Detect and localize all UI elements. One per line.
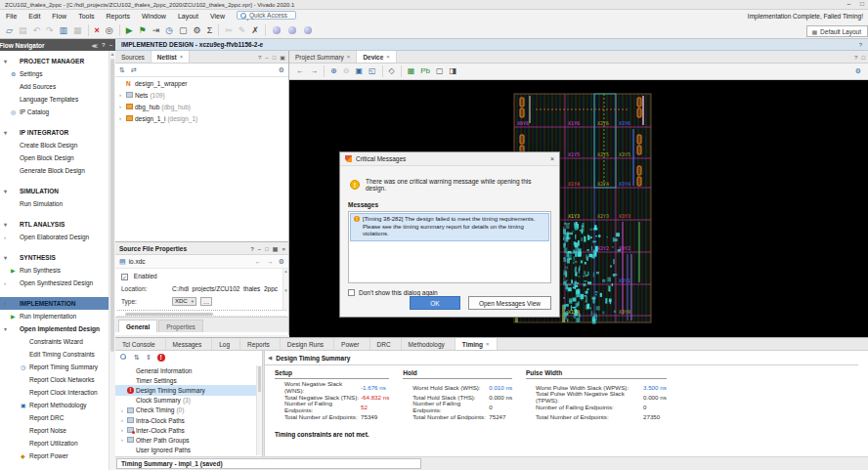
flow-nav-item[interactable]: › Open Synthesized Design bbox=[0, 277, 114, 289]
minimize-icon[interactable]: – bbox=[846, 0, 850, 7]
toolbar-icon[interactable]: ↷ bbox=[43, 23, 57, 37]
device-tool-icon[interactable]: ← bbox=[293, 64, 307, 78]
panel-control-icon[interactable]: □ bbox=[273, 55, 277, 61]
forward-icon[interactable]: → bbox=[267, 258, 274, 265]
panel-control-icon[interactable]: ? bbox=[854, 55, 857, 61]
flow-nav-item[interactable]: ⚙ Settings bbox=[0, 67, 114, 80]
panel-control-icon[interactable]: ▣ bbox=[280, 54, 285, 61]
enabled-checkbox[interactable]: ✓ bbox=[121, 274, 128, 280]
tree-tool-icon[interactable]: ! bbox=[157, 354, 165, 362]
collapse-icon[interactable]: ◀ bbox=[268, 355, 272, 361]
flow-nav-item[interactable]: ▶ Run Synthesis bbox=[0, 264, 114, 277]
flow-nav-item[interactable]: ▾ PROJECT MANAGER bbox=[0, 55, 114, 67]
flow-nav-item[interactable]: ▶ Run Implementation bbox=[0, 310, 114, 322]
timing-tree-row[interactable]: › Intra-Clock Paths bbox=[115, 415, 256, 425]
toolbar-icon[interactable]: ↶ bbox=[29, 23, 43, 37]
device-tool-icon[interactable]: ⊕ bbox=[327, 64, 340, 78]
tree-tool-icon[interactable]: ⇄ bbox=[131, 64, 137, 77]
device-tool-icon[interactable]: → bbox=[307, 64, 321, 78]
toolbar-icon[interactable] bbox=[304, 26, 312, 34]
flow-nav-item[interactable]: Generate Block Design bbox=[0, 164, 114, 177]
results-tab[interactable]: Tcl Console bbox=[115, 338, 166, 350]
results-tab[interactable]: Log bbox=[212, 338, 240, 350]
messages-list[interactable]: ! [Timing 38-282] The design failed to m… bbox=[348, 211, 551, 283]
flow-status-text[interactable]: Implementation Complete, Failed Timing! bbox=[748, 13, 863, 20]
type-select[interactable]: XDC ▾ bbox=[172, 297, 196, 306]
flow-nav-item[interactable]: Edit Timing Constraints bbox=[0, 348, 114, 361]
toolbar-icon[interactable]: × bbox=[92, 23, 103, 37]
properties-vscrollbar[interactable]: ▲▼ bbox=[282, 269, 288, 310]
flow-nav-item[interactable]: › Open Elaborated Design bbox=[0, 231, 114, 243]
toolbar-icon[interactable]: ▢ bbox=[176, 23, 191, 37]
expand-chevron-icon[interactable]: › bbox=[119, 115, 126, 121]
device-tool-icon[interactable] bbox=[382, 65, 383, 77]
device-tool-icon[interactable]: ▣ bbox=[352, 64, 366, 78]
menu-item[interactable]: Flow bbox=[46, 13, 72, 20]
toolbar-icon[interactable] bbox=[218, 24, 219, 36]
timing-tree-row[interactable]: ! Design Timing Summary bbox=[115, 385, 256, 395]
flow-nav-item[interactable]: ◷ Report Timing Summary bbox=[0, 361, 114, 373]
toolbar-icon[interactable] bbox=[119, 24, 120, 36]
toolbar-icon[interactable] bbox=[273, 26, 281, 34]
flow-nav-item[interactable]: Language Templates bbox=[0, 93, 114, 106]
menu-item[interactable]: Reports bbox=[100, 13, 136, 20]
gear-icon[interactable]: ⚙ bbox=[852, 64, 864, 78]
toolbar-icon[interactable]: ▤ bbox=[16, 23, 30, 37]
flow-nav-item[interactable]: Run Simulation bbox=[0, 197, 114, 210]
device-tool-icon[interactable]: ⊖ bbox=[340, 64, 353, 78]
timing-tree-row[interactable]: General Information bbox=[115, 365, 256, 375]
toolbar-icon[interactable]: ▶ bbox=[123, 23, 136, 37]
gear-icon[interactable]: ⚙ bbox=[279, 258, 284, 266]
toolbar-icon[interactable]: ✗ bbox=[248, 23, 262, 37]
results-tab[interactable]: Design Runs bbox=[281, 338, 334, 350]
panel-control-icon[interactable]: ? bbox=[102, 42, 106, 49]
device-tool-icon[interactable]: ◇ bbox=[386, 64, 398, 78]
message-row[interactable]: ! [Timing 38-282] The design failed to m… bbox=[350, 213, 549, 241]
flow-nav-item[interactable]: ▾ Open Implemented Design bbox=[0, 322, 114, 335]
tab-netlist[interactable]: Netlist × bbox=[152, 51, 190, 63]
flow-nav-item[interactable]: Report Utilization bbox=[0, 437, 114, 449]
panel-control-icon[interactable]: ≪ bbox=[92, 42, 98, 49]
panel-control-icon[interactable]: □ bbox=[265, 246, 269, 252]
browse-button[interactable]: … bbox=[200, 297, 212, 306]
timing-tree-row[interactable]: User Ignored Paths bbox=[115, 446, 256, 455]
device-tool-icon[interactable]: ▢ bbox=[433, 64, 447, 78]
flow-nav-item[interactable]: ▾ IMPLEMENTATION bbox=[0, 297, 114, 310]
device-tool-icon[interactable]: Pb bbox=[417, 64, 433, 78]
results-tab[interactable]: Power bbox=[334, 338, 369, 350]
results-tab[interactable]: Reports bbox=[240, 338, 281, 350]
dialog-title-bar[interactable]: Critical Messages × bbox=[340, 152, 559, 166]
flow-nav-item[interactable]: Report Clock Networks bbox=[0, 373, 114, 386]
timing-tree-row[interactable]: › Inter-Clock Paths bbox=[115, 425, 256, 435]
flow-nav-item[interactable]: ▣ Report Methodology bbox=[0, 399, 114, 411]
timing-tree-row[interactable]: Clock Summary (3) bbox=[115, 396, 256, 406]
tab-general[interactable]: General bbox=[118, 320, 157, 332]
flow-nav-item[interactable]: Create Block Design bbox=[0, 139, 114, 151]
timing-tree-row[interactable]: › Check Timing (0) bbox=[115, 406, 256, 415]
netlist-tree-row[interactable]: › design_1_i (design_1) bbox=[115, 112, 288, 124]
ok-button[interactable]: OK bbox=[410, 296, 460, 310]
results-tab[interactable]: Messages bbox=[166, 338, 213, 350]
flow-nav-item[interactable]: Report Clock Interaction bbox=[0, 386, 114, 399]
toolbar-icon[interactable]: ⚑ bbox=[136, 23, 150, 37]
toolbar-icon[interactable]: ◷ bbox=[162, 23, 176, 37]
flow-nav-item[interactable]: ◆ Report Power bbox=[0, 449, 114, 462]
flow-nav-item[interactable]: ◎ IP Catalog bbox=[0, 106, 114, 118]
timing-tree-row[interactable]: › Other Path Groups bbox=[115, 435, 256, 445]
menu-item[interactable]: Layout bbox=[172, 13, 204, 20]
toolbar-icon[interactable]: ▥ bbox=[57, 23, 71, 37]
menu-item[interactable]: File bbox=[0, 13, 22, 20]
device-tool-icon[interactable]: ▦ bbox=[405, 64, 418, 78]
gear-icon[interactable]: ⚙ bbox=[279, 64, 284, 77]
flow-nav-item[interactable]: Open Block Design bbox=[0, 151, 114, 164]
flow-nav-item[interactable]: ▾ SIMULATION bbox=[0, 185, 114, 197]
panel-control-icon[interactable]: – bbox=[109, 42, 112, 49]
toolbar-icon[interactable]: ⚙ bbox=[191, 23, 204, 37]
open-messages-view-button[interactable]: Open Messages View bbox=[468, 296, 551, 310]
netlist-tree-row[interactable]: N design_1_wrapper bbox=[115, 77, 288, 89]
tab-device[interactable]: Device × bbox=[357, 51, 396, 63]
flow-nav-item[interactable]: ▾ RTL ANALYSIS bbox=[0, 218, 114, 231]
menu-item[interactable]: Edit bbox=[22, 13, 46, 20]
close-icon[interactable]: × bbox=[180, 54, 184, 60]
tree-tool-icon[interactable]: ⇕ bbox=[146, 351, 152, 364]
